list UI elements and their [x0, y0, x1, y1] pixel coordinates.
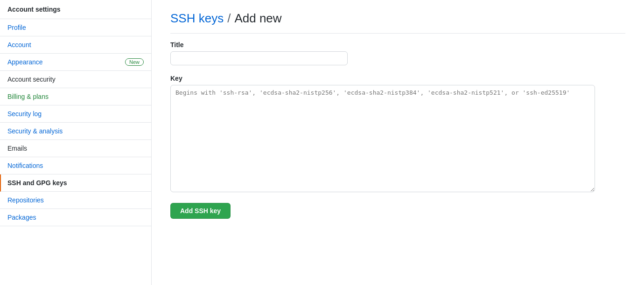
breadcrumb-current: Add new [234, 11, 281, 26]
add-ssh-key-button[interactable]: Add SSH key [170, 203, 231, 219]
sidebar-item-account-security[interactable]: Account security [0, 71, 151, 88]
sidebar-item-emails[interactable]: Emails [0, 140, 151, 157]
title-input[interactable] [170, 51, 348, 65]
sidebar-item-ssh-gpg-keys[interactable]: SSH and GPG keys [0, 174, 151, 192]
key-textarea[interactable] [170, 85, 595, 192]
sidebar-item-profile[interactable]: Profile [0, 19, 151, 36]
sidebar-item-security-analysis[interactable]: Security & analysis [0, 123, 151, 140]
sidebar-item-security-log[interactable]: Security log [0, 105, 151, 123]
sidebar-item-account[interactable]: Account [0, 36, 151, 54]
sidebar-item-billing[interactable]: Billing & plans [0, 88, 151, 105]
sidebar-item-notifications[interactable]: Notifications [0, 157, 151, 174]
breadcrumb-separator: / [227, 11, 231, 26]
sidebar-item-repositories[interactable]: Repositories [0, 192, 151, 209]
sidebar: Account settings Profile Account Appeara… [0, 0, 152, 285]
title-label: Title [170, 41, 625, 49]
new-badge: New [125, 58, 144, 66]
main-content: SSH keys / Add new Title Key Add SSH key [152, 0, 644, 285]
key-label: Key [170, 75, 625, 82]
key-group: Key [170, 75, 625, 194]
sidebar-item-appearance[interactable]: Appearance New [0, 54, 151, 71]
breadcrumb-link[interactable]: SSH keys [170, 11, 224, 26]
title-group: Title [170, 41, 625, 65]
breadcrumb: SSH keys / Add new [170, 11, 625, 34]
sidebar-item-packages[interactable]: Packages [0, 209, 151, 226]
sidebar-header: Account settings [0, 0, 151, 19]
